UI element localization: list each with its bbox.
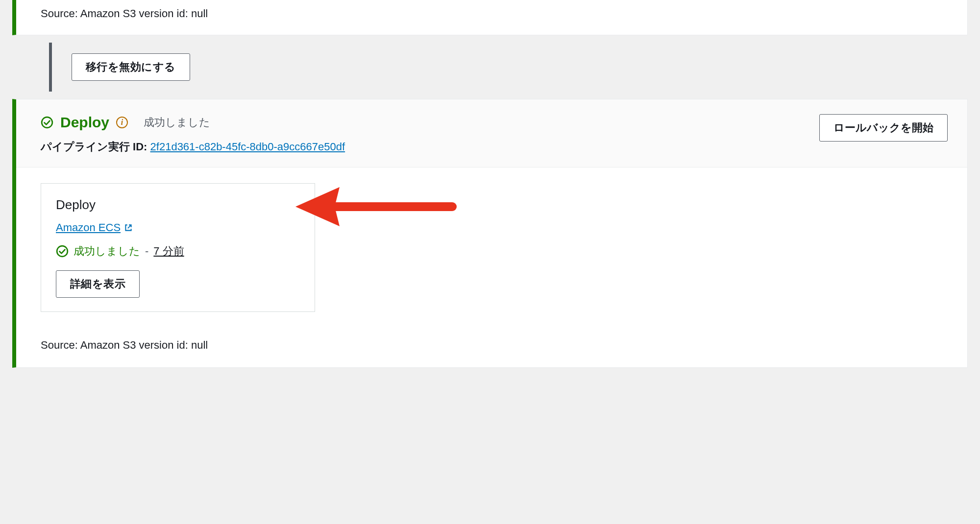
deploy-stage-header: Deploy i 成功しました パイプライン実行 ID: 2f21d361-c8… (16, 99, 967, 167)
external-link-icon (124, 223, 133, 232)
stage-status-text: 成功しました (144, 115, 210, 130)
deploy-stage-card: Deploy i 成功しました パイプライン実行 ID: 2f21d361-c8… (12, 99, 968, 368)
pipeline-execution-row: パイプライン実行 ID: 2f21d361-c82b-45fc-8db0-a9c… (41, 140, 345, 154)
deploy-stage-body: Deploy Amazon ECS (16, 167, 967, 367)
action-success-check-icon (56, 245, 69, 258)
pipeline-id-link[interactable]: 2f21d361-c82b-45fc-8db0-a9cc667e50df (150, 141, 345, 153)
view-details-button[interactable]: 詳細を表示 (56, 270, 140, 298)
disable-transition-button[interactable]: 移行を無効にする (72, 53, 190, 81)
deploy-footer-text: Source: Amazon S3 version id: null (41, 334, 948, 352)
start-rollback-button[interactable]: ロールバックを開始 (819, 114, 948, 142)
source-footer-text: Source: Amazon S3 version id: null (41, 7, 953, 20)
deploy-action-card: Deploy Amazon ECS (41, 183, 315, 312)
action-provider-link[interactable]: Amazon ECS (56, 221, 121, 234)
status-separator: - (145, 245, 148, 258)
action-status-text: 成功しました (74, 244, 140, 259)
info-icon[interactable]: i (116, 117, 128, 128)
source-stage-card: Source: Amazon S3 version id: null (12, 0, 968, 35)
svg-point-0 (42, 117, 52, 128)
connector-line (49, 43, 52, 92)
red-arrow-annotation (295, 182, 457, 231)
success-check-icon (41, 116, 53, 129)
pipeline-id-label: パイプライン実行 ID: (41, 141, 147, 153)
action-time-ago[interactable]: 7 分前 (153, 244, 184, 259)
stage-transition: 移行を無効にする (0, 35, 980, 99)
stage-title: Deploy (60, 114, 109, 131)
svg-point-1 (57, 246, 68, 257)
action-name: Deploy (56, 197, 300, 213)
